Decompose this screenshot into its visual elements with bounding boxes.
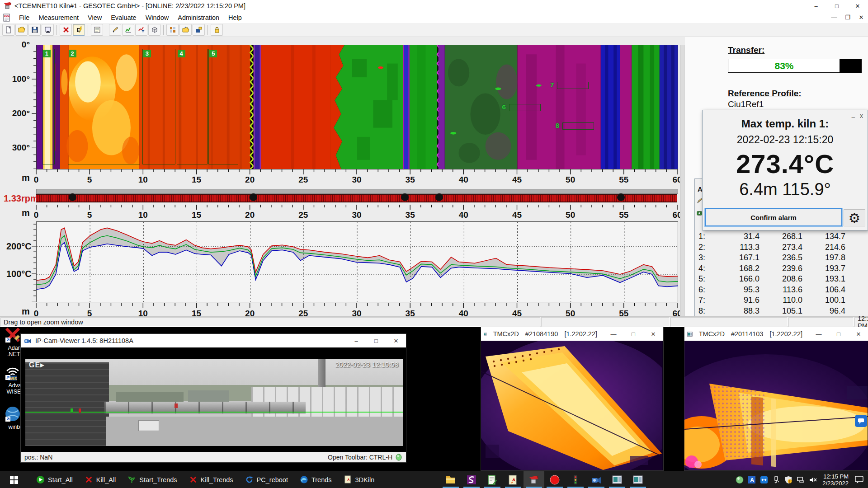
report-icon[interactable]	[91, 24, 103, 36]
zone-1-box[interactable]: 1	[42, 49, 55, 164]
quicklaunch-label: Kill_Trends	[201, 476, 233, 483]
tray-clock[interactable]: 12:15 PM 2/23/2022	[822, 473, 849, 487]
menu-evaluate[interactable]: Evaluate	[106, 13, 141, 23]
quicklaunch-start_all[interactable]: Start_All	[36, 475, 73, 484]
zone-3-box[interactable]: 3	[142, 49, 175, 164]
tmc1-app-name: TMCx2D	[493, 330, 519, 338]
axis-tick-label: 15	[192, 175, 201, 185]
quicklaunch-kill_all[interactable]: Kill_All	[85, 475, 116, 484]
close-button[interactable]: ✕	[847, 0, 868, 12]
ipcam-minimize-button[interactable]: –	[346, 334, 366, 347]
tray-teamviewer-icon[interactable]	[760, 476, 768, 484]
windows-logo-icon	[10, 476, 18, 484]
tray-defender-shield-icon[interactable]: !	[784, 476, 793, 484]
confirm-alarm-button[interactable]: Confirm alarm	[705, 208, 842, 226]
quicklaunch-3dkiln[interactable]: 3DKiln	[344, 475, 375, 484]
tmc2-maximize-button[interactable]: □	[829, 327, 849, 341]
taskbar-rocket-doc-icon[interactable]	[503, 471, 524, 488]
tray-green-status-icon[interactable]	[736, 476, 744, 484]
taskbar-s-app-icon[interactable]	[461, 471, 482, 488]
popup-close-button[interactable]: x	[860, 112, 863, 119]
taskbar-notepad-icon[interactable]	[482, 471, 503, 488]
zone-8-box[interactable]: 8	[562, 122, 594, 130]
tmc1-title-bar[interactable]: TMCx2D #21084190 [1.2202.22] — □ ✕	[481, 327, 663, 341]
menu-help[interactable]: Help	[224, 13, 246, 23]
tmc2-close-button[interactable]: ✕	[849, 327, 868, 341]
tray-language-a-icon[interactable]: A	[748, 476, 756, 484]
zone-7-box[interactable]: 7	[557, 82, 589, 89]
minimize-button[interactable]: –	[806, 0, 826, 12]
rpm-scroll-track[interactable]	[36, 189, 678, 194]
popup-minimize-button[interactable]: _	[852, 111, 855, 118]
notification-center-icon[interactable]	[855, 476, 863, 483]
menu-view[interactable]: View	[83, 13, 106, 23]
webcam-video[interactable]: GE▸ 2022-02-23 12:15:58	[25, 359, 403, 446]
mdi-restore-button[interactable]: ❐	[841, 12, 854, 23]
mdi-close-button[interactable]: ✕	[854, 12, 868, 23]
temperature-profile-chart[interactable]	[36, 221, 678, 302]
taskbar-kiln-scanner-icon[interactable]	[524, 471, 544, 488]
save-icon[interactable]	[28, 24, 41, 36]
menu-measurement[interactable]: Measurement	[34, 13, 83, 23]
mdi-minimize-button[interactable]: —	[827, 12, 841, 23]
ipcam-close-button[interactable]: ✕	[386, 334, 406, 347]
tray-volume-muted-icon[interactable]	[809, 476, 817, 484]
temperature-profile-icon[interactable]: E	[73, 24, 85, 36]
taskbar-file-explorer-icon[interactable]	[440, 471, 461, 488]
kiln-thermal-map[interactable]: 12345678	[36, 45, 678, 169]
zone-2-box[interactable]: 2	[68, 49, 140, 164]
menu-administration[interactable]: Administration	[173, 13, 224, 23]
open-file-icon[interactable]	[15, 24, 28, 36]
teamviewer-popup-icon[interactable]	[855, 415, 867, 427]
tmc1-minimize-button[interactable]: —	[604, 327, 623, 341]
tyre-position-handle[interactable]	[69, 193, 76, 201]
taskbar-app-window-icon[interactable]	[607, 471, 627, 488]
evaluation-chart-icon[interactable]	[135, 24, 147, 36]
tmc2-minimize-button[interactable]: —	[809, 327, 829, 341]
settings-gear-button[interactable]: ⚙	[844, 209, 865, 226]
tmc1-maximize-button[interactable]: □	[623, 327, 643, 341]
taskbar-traffic-light-icon[interactable]	[565, 471, 586, 488]
max-temp-alarm-popup[interactable]: _ x Max temp. kiln 1: 2022-02-23 12:15:2…	[702, 110, 868, 230]
kiln-rotation-bar[interactable]	[36, 194, 677, 202]
quicklaunch-start_trends[interactable]: Start_Trends	[127, 475, 177, 484]
ipcam-status-bar: pos.: NaN Open Toolbar: CTRL-H	[21, 452, 406, 462]
taskbar-record-red-icon[interactable]	[544, 471, 565, 488]
zone-5-box[interactable]: 5	[208, 49, 238, 164]
menu-file[interactable]: File	[14, 13, 34, 23]
title-bar[interactable]: <TCEMNET10 Kiln#1 - GESOTEC GmbH> - [ONL…	[0, 0, 868, 12]
quicklaunch-kill_trends[interactable]: Kill_Trends	[189, 475, 233, 484]
ipcam-maximize-button[interactable]: □	[366, 334, 386, 347]
tyre-position-handle[interactable]	[250, 193, 257, 201]
tyre-position-handle[interactable]	[617, 193, 625, 201]
cube-3d-icon[interactable]	[148, 24, 160, 36]
file-explorer-icon	[445, 474, 456, 485]
vertical-splitter[interactable]	[680, 45, 684, 317]
tyre-position-handle[interactable]	[401, 193, 409, 201]
tray-network-icon[interactable]	[797, 476, 805, 484]
open-project-icon[interactable]	[179, 24, 192, 36]
delete-red-x-icon[interactable]	[60, 24, 72, 36]
new-document-icon[interactable]	[2, 24, 14, 36]
tmc2-title-bar[interactable]: TMCx2D #20114103 [1.2202.22] — □ ✕	[684, 327, 868, 341]
start-button[interactable]	[4, 471, 24, 488]
list-icon[interactable]	[166, 24, 179, 36]
tray-usb-icon[interactable]	[772, 476, 780, 484]
ipcam-title-bar[interactable]: IP-Cam-Viewer 1.4.5: 8H211108A – □ ✕	[21, 334, 406, 347]
taskbar-ip-camera-icon[interactable]	[586, 471, 607, 488]
quicklaunch-trends[interactable]: Trends	[300, 475, 332, 484]
trend-chart-icon[interactable]	[122, 24, 134, 36]
maximize-button[interactable]: □	[826, 0, 847, 12]
tmc1-close-button[interactable]: ✕	[643, 327, 663, 341]
lock-icon[interactable]	[211, 24, 223, 36]
quicklaunch-pc_reboot[interactable]: PC_reboot	[245, 475, 288, 484]
edit-pencil-icon[interactable]	[109, 24, 121, 36]
print-preview-icon[interactable]	[42, 24, 54, 36]
toolbar-separator	[208, 25, 208, 35]
tyre-position-handle[interactable]	[435, 193, 443, 201]
zone-4-box[interactable]: 4	[177, 49, 208, 164]
export-icon[interactable]	[193, 24, 205, 36]
taskbar-app-window2-icon[interactable]	[627, 471, 648, 488]
menu-window[interactable]: Window	[141, 13, 174, 23]
zone-6-box[interactable]: 6	[509, 104, 541, 111]
